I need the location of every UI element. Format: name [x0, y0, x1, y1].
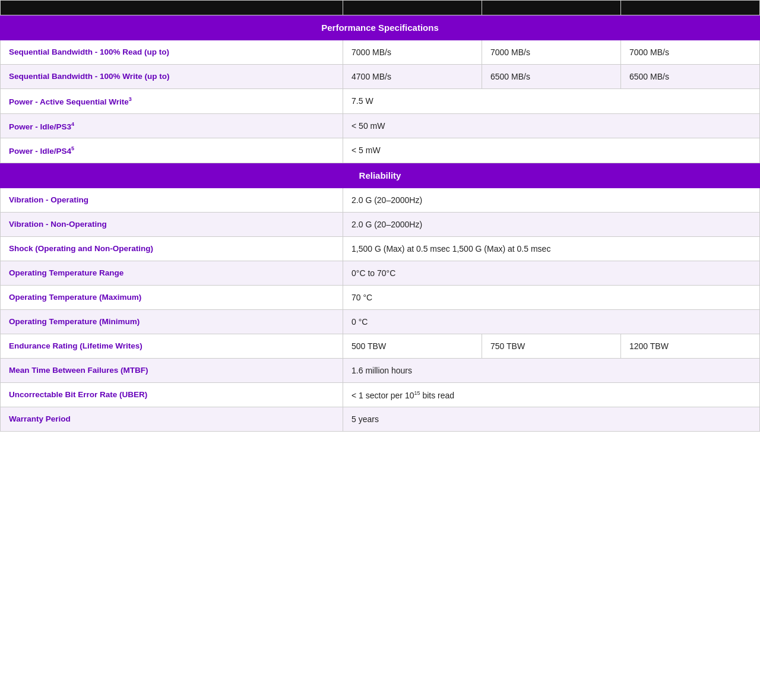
spec-value-1tb: 6500 MB/s — [482, 65, 621, 89]
col-available-capacities — [1, 1, 343, 15]
section-header-label: Performance Specifications — [1, 15, 760, 40]
spec-value-span: 1,500 G (Max) at 0.5 msec 1,500 G (Max) … — [343, 236, 760, 261]
col-1tb — [482, 1, 621, 15]
table-row: Warranty Period5 years — [1, 407, 760, 432]
section-header-label: Reliability — [1, 163, 760, 188]
table-row: Sequential Bandwidth - 100% Write (up to… — [1, 65, 760, 89]
table-row: Operating Temperature (Minimum)0 °C — [1, 309, 760, 334]
table-row: Power - Idle/PS34< 50 mW — [1, 113, 760, 138]
spec-value-2tb: 6500 MB/s — [621, 65, 760, 89]
table-row: Vibration - Operating2.0 G (20–2000Hz) — [1, 188, 760, 212]
spec-label: Operating Temperature (Maximum) — [1, 285, 343, 309]
table-row: Mean Time Between Failures (MTBF)1.6 mil… — [1, 358, 760, 382]
spec-label: Mean Time Between Failures (MTBF) — [1, 358, 343, 382]
spec-label: Warranty Period — [1, 407, 343, 432]
spec-value-span: 7.5 W — [343, 89, 760, 114]
spec-label: Endurance Rating (Lifetime Writes) — [1, 334, 343, 358]
spec-label: Power - Idle/PS34 — [1, 113, 343, 138]
table-row: Power - Idle/PS45< 5 mW — [1, 138, 760, 163]
spec-label: Power - Active Sequential Write3 — [1, 89, 343, 114]
col-2tb — [621, 1, 760, 15]
spec-value-span: < 5 mW — [343, 138, 760, 163]
spec-label: Power - Idle/PS45 — [1, 138, 343, 163]
table-row: Operating Temperature Range0°C to 70°C — [1, 261, 760, 285]
spec-label: Operating Temperature Range — [1, 261, 343, 285]
spec-value-span: 0 °C — [343, 309, 760, 334]
spec-value-1tb: 750 TBW — [482, 334, 621, 358]
spec-label: Shock (Operating and Non-Operating) — [1, 236, 343, 261]
table-row: Operating Temperature (Maximum)70 °C — [1, 285, 760, 309]
specs-table: Performance SpecificationsSequential Ban… — [0, 0, 760, 432]
spec-label: Vibration - Operating — [1, 188, 343, 212]
spec-value-512gb: 7000 MB/s — [343, 40, 482, 65]
spec-value-1tb: 7000 MB/s — [482, 40, 621, 65]
spec-value-uber: < 1 sector per 1015 bits read — [343, 382, 760, 407]
spec-value-span: 2.0 G (20–2000Hz) — [343, 188, 760, 212]
section-header-row: Reliability — [1, 163, 760, 188]
spec-value-span: 1.6 million hours — [343, 358, 760, 382]
spec-value-span: 70 °C — [343, 285, 760, 309]
table-row: Uncorrectable Bit Error Rate (UBER)< 1 s… — [1, 382, 760, 407]
table-header-row — [1, 1, 760, 15]
spec-value-512gb: 4700 MB/s — [343, 65, 482, 89]
spec-value-span: 2.0 G (20–2000Hz) — [343, 212, 760, 236]
spec-label: Vibration - Non-Operating — [1, 212, 343, 236]
table-row: Endurance Rating (Lifetime Writes)500 TB… — [1, 334, 760, 358]
spec-label: Operating Temperature (Minimum) — [1, 309, 343, 334]
col-512gb — [343, 1, 482, 15]
table-row: Vibration - Non-Operating2.0 G (20–2000H… — [1, 212, 760, 236]
section-header-row: Performance Specifications — [1, 15, 760, 40]
spec-label: Sequential Bandwidth - 100% Write (up to… — [1, 65, 343, 89]
spec-value-2tb: 7000 MB/s — [621, 40, 760, 65]
spec-value-2tb: 1200 TBW — [621, 334, 760, 358]
spec-value-span: 0°C to 70°C — [343, 261, 760, 285]
table-row: Power - Active Sequential Write37.5 W — [1, 89, 760, 114]
table-row: Shock (Operating and Non-Operating)1,500… — [1, 236, 760, 261]
table-row: Sequential Bandwidth - 100% Read (up to)… — [1, 40, 760, 65]
spec-value-span: < 50 mW — [343, 113, 760, 138]
spec-value-span: 5 years — [343, 407, 760, 432]
spec-label: Uncorrectable Bit Error Rate (UBER) — [1, 382, 343, 407]
spec-label: Sequential Bandwidth - 100% Read (up to) — [1, 40, 343, 65]
spec-value-512gb: 500 TBW — [343, 334, 482, 358]
